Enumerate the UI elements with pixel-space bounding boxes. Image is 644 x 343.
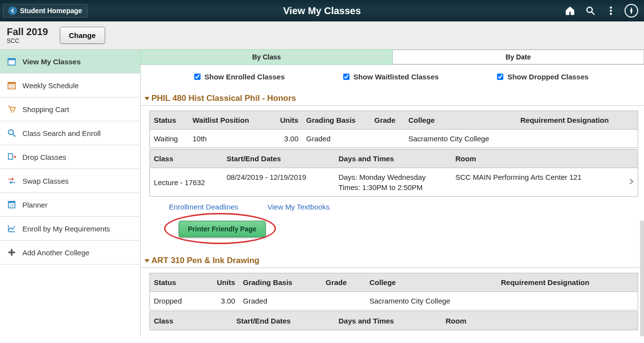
enrollment-deadlines-link[interactable]: Enrollment Deadlines [169,203,239,211]
td-grade [370,130,405,148]
filter-row: Show Enrolled Classes Show Waitlisted Cl… [141,65,644,89]
course-header-art310[interactable]: ART 310 Pen & Ink Drawing [141,251,644,268]
tab-by-date[interactable]: By Date [392,50,644,64]
th-class: Class [150,312,233,330]
th-college: College [405,111,516,130]
back-button[interactable]: Student Homepage [3,4,88,18]
course-title: ART 310 Pen & Ink Drawing [151,256,259,266]
filter-dropped[interactable]: Show Dropped Classes [497,73,589,81]
th-daystimes: Days and Times [335,150,452,168]
sidebar-item-label: Add Another College [22,248,90,257]
svg-point-4 [610,13,612,15]
th-college: College [366,273,497,292]
sidebar-item-drop-classes[interactable]: Drop Classes [0,145,140,169]
scrollbar[interactable] [640,220,644,336]
more-icon[interactable] [604,4,618,18]
th-class: Class [150,150,223,168]
course-body-art310: Status Units Grading Basis Grade College… [141,268,644,336]
th-grade: Grade [370,111,405,130]
svg-line-1 [592,12,595,15]
filter-enrolled-checkbox[interactable] [194,74,201,80]
status-table: Status Units Grading Basis Grade College… [149,273,638,310]
td-room: SCC MAIN Performing Arts Center 121 [452,168,638,197]
td-class: Lecture - 17632 [150,168,223,197]
page-title: View My Classes [283,5,361,17]
table-row[interactable]: Lecture - 17632 08/24/2019 - 12/19/2019 … [150,168,638,197]
view-textbooks-link[interactable]: View My Textbooks [267,203,330,211]
td-college: Sacramento City College [405,130,516,148]
sidebar-item-enroll-requirements[interactable]: Enroll by My Requirements [0,217,140,241]
td-dates: 08/24/2019 - 12/19/2019 [223,168,335,197]
th-dates: Start/End Dates [233,312,335,330]
sidebar-item-weekly-schedule[interactable]: Weekly Schedule [0,74,140,97]
drop-icon [6,151,18,163]
svg-rect-17 [8,201,15,203]
filter-dropped-checkbox[interactable] [497,74,503,80]
td-units: 3.00 [276,130,303,148]
home-icon[interactable] [563,4,577,18]
svg-point-13 [8,130,13,134]
svg-point-11 [11,112,12,113]
sidebar-item-label: Class Search and Enroll [22,129,101,137]
td-status: Waiting [150,130,189,148]
td-times: Times: 1:30PM to 2:50PM [339,183,448,191]
td-units: 3.00 [213,292,239,310]
td-college: Sacramento City College [366,292,497,310]
swap-icon [6,175,18,187]
search-icon[interactable] [584,4,597,18]
svg-point-2 [610,7,612,9]
th-dates: Start/End Dates [223,150,335,168]
td-days: Days: Monday Wednesday [339,173,448,181]
nav-compass-icon[interactable] [625,4,638,18]
td-daystimes: Days: Monday Wednesday Times: 1:30PM to … [335,168,452,197]
sidebar-item-label: Planner [22,201,48,209]
sidebar-item-label: Swap Classes [22,177,69,185]
sidebar-item-label: Shopping Cart [22,105,69,114]
sidebar-item-class-search-enroll[interactable]: Class Search and Enroll [0,121,140,145]
td-status: Dropped [150,292,213,310]
filter-enrolled[interactable]: Show Enrolled Classes [194,73,285,81]
td-waitlist: 10th [189,130,276,148]
th-reqdes: Requirement Designation [497,273,638,292]
sidebar-item-planner[interactable]: 14 Planner [0,193,140,217]
sidebar-item-label: Drop Classes [22,153,66,161]
plus-icon [6,247,18,258]
printer-friendly-button[interactable]: Printer Friendly Page [179,221,266,237]
svg-rect-8 [8,82,16,84]
filter-waitlisted[interactable]: Show Waitlisted Classes [343,73,439,81]
tab-by-class[interactable]: By Class [141,50,392,64]
sidebar-item-swap-classes[interactable]: Swap Classes [0,169,140,193]
magnify-icon [6,127,18,139]
svg-line-14 [13,134,16,137]
change-term-button[interactable]: Change [60,27,105,44]
course-body-phil480: Status Waitlist Position Units Grading B… [141,106,644,251]
cart-icon [6,103,18,115]
sidebar-item-label: Weekly Schedule [22,81,79,90]
th-grading: Grading Basis [239,273,322,292]
sidebar-item-shopping-cart[interactable]: Shopping Cart [0,97,140,121]
td-reqdes [497,292,638,310]
th-grading: Grading Basis [302,111,370,130]
filter-dropped-label: Show Dropped Classes [507,73,589,81]
th-room: Room [442,312,638,330]
term-info: Fall 2019 SCC [7,26,48,44]
svg-rect-15 [8,153,12,159]
sidebar-item-add-college[interactable]: Add Another College [0,241,140,265]
th-grade: Grade [322,273,366,292]
table-row: Dropped 3.00 Graded Sacramento City Coll… [150,292,638,310]
filter-waitlisted-checkbox[interactable] [343,74,350,80]
svg-point-12 [13,112,15,113]
svg-text:14: 14 [10,203,14,208]
course-header-phil480[interactable]: PHIL 480 Hist Classical Phil - Honors [141,89,644,106]
chart-icon [6,223,18,234]
course-links: Enrollment Deadlines View My Textbooks [149,198,638,216]
th-status: Status [150,273,213,292]
filter-waitlisted-label: Show Waitlisted Classes [353,73,439,81]
calendar-icon [6,56,18,67]
td-grade [322,292,366,310]
course-title: PHIL 480 Hist Classical Phil - Honors [151,94,296,103]
sidebar-item-label: View My Classes [22,57,81,66]
term-bar: Fall 2019 SCC Change [0,21,644,50]
room-text: SCC MAIN Performing Arts Center 121 [456,173,582,181]
sidebar-item-view-my-classes[interactable]: View My Classes [0,50,140,74]
